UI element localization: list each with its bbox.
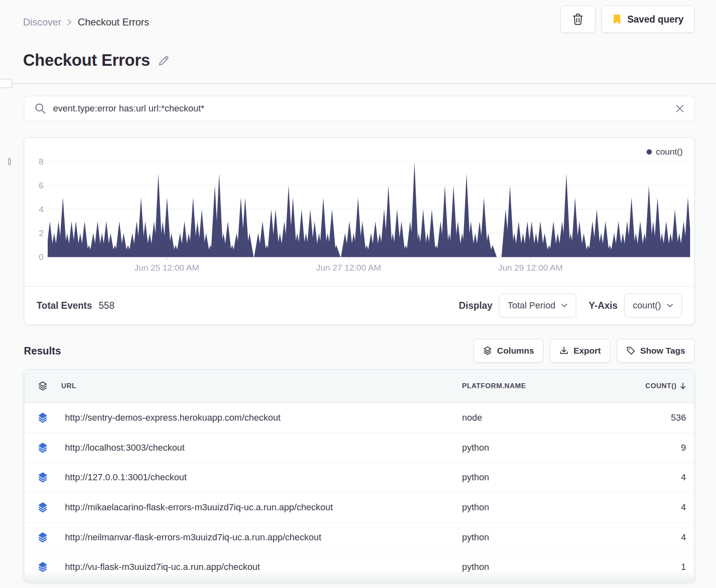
yaxis-select[interactable]: count(): [624, 294, 682, 317]
x-axis-tick: [167, 257, 167, 260]
download-icon: [559, 346, 568, 355]
chart-plot: [48, 162, 690, 257]
yaxis-select-value: count(): [633, 300, 661, 311]
row-url[interactable]: http://mikaelacarino-flask-errors-m3uuiz…: [61, 502, 462, 513]
delete-query-button[interactable]: [560, 6, 596, 33]
y-axis-label: 6: [24, 180, 44, 191]
row-platform: python: [462, 442, 579, 453]
tag-icon: [626, 346, 635, 355]
legend-label: count(): [656, 147, 683, 157]
panel-collapse-tab[interactable]: [0, 79, 12, 88]
x-axis-label: Jun 29 12:00 AM: [498, 263, 563, 273]
display-label: Display: [459, 300, 492, 311]
table-row[interactable]: http://sentry-demos-express.herokuapp.co…: [24, 403, 694, 433]
stack-row-icon[interactable]: [24, 502, 61, 513]
x-axis-label: Jun 25 12:00 AM: [134, 263, 199, 273]
edit-title-icon[interactable]: [157, 54, 171, 67]
stack-row-icon[interactable]: [24, 562, 61, 572]
breadcrumb-discover-link[interactable]: Discover: [23, 16, 61, 28]
chevron-right-icon: [67, 18, 72, 26]
chart-canvas: [48, 162, 690, 257]
results-header-row: Results Columns: [24, 338, 695, 363]
row-platform: node: [462, 412, 579, 423]
table-row[interactable]: http://vu-flask-m3uuizd7iq-uc.a.run.app/…: [24, 552, 694, 582]
column-header-count[interactable]: COUNT(): [579, 382, 694, 390]
bookmark-icon: [612, 14, 621, 25]
stack-row-icon[interactable]: [24, 442, 61, 453]
row-count: 1: [579, 562, 694, 572]
row-platform: python: [462, 472, 579, 483]
stack-row-icon[interactable]: [24, 532, 61, 543]
total-events: Total Events 558: [37, 300, 114, 311]
row-url[interactable]: http://sentry-demos-express.herokuapp.co…: [61, 412, 462, 423]
show-tags-button[interactable]: Show Tags: [617, 339, 695, 363]
show-tags-label: Show Tags: [640, 346, 685, 356]
x-axis-tick: [530, 257, 531, 260]
x-axis-tick: [349, 257, 349, 260]
chevron-down-icon: [561, 303, 568, 308]
page-title: Checkout Errors: [23, 51, 150, 69]
column-header-platform[interactable]: PLATFORM.NAME: [462, 382, 579, 390]
table-row[interactable]: http://mikaelacarino-flask-errors-m3uuiz…: [24, 493, 694, 523]
page-title-row: Checkout Errors: [23, 51, 171, 69]
search-input[interactable]: [53, 103, 669, 114]
row-url[interactable]: http://neilmanvar-flask-errors-m3uuizd7i…: [61, 532, 462, 543]
table-row[interactable]: http://127.0.0.1:3001/checkout python 4: [24, 463, 694, 493]
chart-footer: Total Events 558 Display Total Period Y-…: [24, 286, 694, 324]
results-table: URL PLATFORM.NAME COUNT() http://sent: [24, 369, 695, 582]
chart-spike: [684, 197, 690, 257]
y-axis-label: 8: [24, 156, 44, 167]
table-row[interactable]: http://localhost:3003/checkout python 9: [24, 433, 694, 463]
y-axis-label: 4: [24, 204, 44, 215]
column-header-url[interactable]: URL: [61, 382, 462, 390]
header-actions: Saved query: [560, 6, 695, 33]
trash-icon: [573, 13, 583, 25]
row-count: 4: [579, 532, 694, 543]
row-url[interactable]: http://127.0.0.1:3001/checkout: [61, 472, 462, 483]
layers-icon: [483, 346, 492, 355]
stack-row-icon[interactable]: [24, 412, 61, 423]
x-axis-label: Jun 27 12:00 AM: [316, 263, 381, 273]
saved-query-button[interactable]: Saved query: [601, 6, 695, 33]
row-count: 9: [579, 442, 694, 453]
columns-button[interactable]: Columns: [473, 339, 543, 363]
chevron-down-icon: [667, 303, 673, 308]
row-count: 4: [579, 472, 694, 483]
display-select[interactable]: Total Period: [499, 294, 576, 317]
row-platform: python: [462, 562, 579, 572]
clear-search-icon[interactable]: [675, 104, 684, 113]
header-divider: [0, 83, 716, 84]
search-bar[interactable]: [24, 96, 695, 121]
row-count: 4: [579, 502, 694, 513]
legend-dot-icon: [647, 149, 652, 155]
count-header-label: COUNT(): [645, 382, 677, 390]
x-axis: Jun 25 12:00 AMJun 27 12:00 AMJun 29 12:…: [48, 257, 690, 275]
row-platform: python: [462, 502, 579, 513]
row-url[interactable]: http://vu-flask-m3uuizd7iq-uc.a.run.app/…: [61, 562, 462, 572]
chart-legend[interactable]: count(): [647, 147, 683, 157]
table-header-row: URL PLATFORM.NAME COUNT(): [24, 370, 694, 403]
export-label: Export: [573, 346, 601, 356]
search-icon: [34, 102, 46, 115]
breadcrumb-current: Checkout Errors: [78, 16, 149, 28]
export-button[interactable]: Export: [550, 339, 610, 363]
results-heading: Results: [24, 345, 61, 357]
total-events-value: 558: [99, 300, 114, 311]
stack-row-icon[interactable]: [24, 472, 61, 483]
results-actions: Columns Export Show Tags: [473, 339, 695, 363]
y-axis-label: 0: [24, 252, 44, 262]
total-events-label: Total Events: [37, 300, 92, 311]
breadcrumb: Discover Checkout Errors: [23, 16, 149, 28]
sidebar-drag-handle[interactable]: [8, 158, 11, 165]
row-count: 536: [579, 412, 694, 423]
chart-controls: Display Total Period Y-Axis count(): [459, 294, 682, 317]
chart-panel: count() 02468 Jun 25 12:00 AMJun 27 12:0…: [24, 137, 695, 325]
row-url[interactable]: http://localhost:3003/checkout: [61, 442, 462, 453]
display-select-value: Total Period: [508, 300, 555, 311]
stack-header-icon[interactable]: [24, 381, 61, 391]
sort-arrow-down-icon: [680, 382, 686, 390]
table-row[interactable]: http://neilmanvar-flask-errors-m3uuizd7i…: [24, 523, 694, 553]
yaxis-label: Y-Axis: [589, 300, 617, 311]
columns-label: Columns: [497, 346, 534, 356]
row-platform: python: [462, 532, 579, 543]
